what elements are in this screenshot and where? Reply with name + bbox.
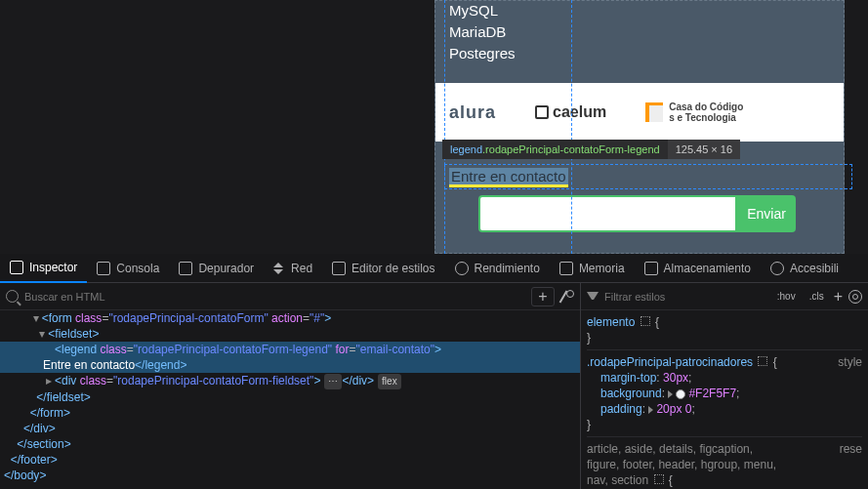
- caelum-icon: [535, 105, 549, 119]
- debugger-icon: [179, 262, 192, 275]
- dom-node: ▾<form class="rodapePrincipal-contatoFor…: [0, 310, 580, 326]
- dom-node: </section>: [0, 436, 580, 452]
- inspect-tooltip: legend.rodapePrincipal-contatoForm-legen…: [442, 140, 740, 159]
- tab-almacenamiento[interactable]: Almacenamiento: [635, 254, 761, 283]
- tech-item: MySQL: [449, 0, 830, 22]
- tech-item: MariaDB: [449, 20, 830, 44]
- inspect-guide-v1: [444, 0, 445, 254]
- expand-icon[interactable]: [648, 406, 653, 414]
- dom-node: </body>: [0, 468, 580, 483]
- search-icon: [6, 290, 19, 303]
- submit-button[interactable]: Enviar: [737, 195, 796, 232]
- css-rules[interactable]: elemento { } .rodapePrincipal-patrocinad…: [581, 310, 868, 489]
- flex-badge-icon: [758, 356, 767, 366]
- tab-red[interactable]: Red: [264, 254, 322, 283]
- memory-icon: [559, 262, 573, 275]
- email-input[interactable]: [478, 195, 737, 232]
- tech-item: Postegres: [449, 42, 830, 65]
- accessibility-icon: [770, 262, 784, 275]
- filter-styles-input[interactable]: [604, 291, 767, 303]
- expand-icon[interactable]: [668, 390, 673, 398]
- inspect-highlight-text: Entre en contacto: [449, 168, 568, 187]
- network-icon: [273, 263, 285, 274]
- dom-node: </form>: [0, 405, 580, 421]
- add-node-button[interactable]: +: [531, 287, 555, 306]
- tab-consola[interactable]: Consola: [87, 254, 169, 283]
- tab-depurador[interactable]: Depurador: [169, 254, 264, 283]
- filter-icon: [587, 292, 599, 302]
- contact-form-row: Enviar: [478, 195, 796, 232]
- inspect-guide-v2: [571, 0, 572, 254]
- console-icon: [97, 262, 110, 275]
- sponsor-alura: alura: [449, 98, 496, 127]
- styles-panel: :hov .cls + elemento { } .rodapePrincipa…: [580, 283, 868, 489]
- settings-icon[interactable]: [848, 290, 862, 304]
- dom-node-selected: Entre en contacto</legend>: [0, 357, 580, 373]
- dom-node: ▾<fieldset>: [0, 326, 580, 342]
- storage-icon: [644, 262, 658, 275]
- style-editor-icon: [332, 262, 346, 275]
- cls-toggle[interactable]: .cls: [806, 289, 828, 304]
- sponsor-cdc: Casa do Códigos e Tecnologia: [645, 98, 743, 127]
- performance-icon: [455, 262, 469, 275]
- inspector-icon: [10, 261, 23, 274]
- add-rule-button[interactable]: +: [834, 288, 843, 306]
- html-search-bar: +: [0, 283, 580, 310]
- tab-accesibilidad[interactable]: Accesibili: [761, 254, 848, 283]
- sponsors-row: alura caelum Casa do Códigos e Tecnologi…: [435, 83, 844, 142]
- cdc-icon: [645, 102, 663, 122]
- html-search-input[interactable]: [24, 291, 525, 303]
- tab-rendimiento[interactable]: Rendimiento: [445, 254, 550, 283]
- tab-memoria[interactable]: Memoria: [550, 254, 635, 283]
- styles-toolbar: :hov .cls +: [581, 283, 868, 310]
- dom-node-selected: <legend class="rodapePrincipal-contatoFo…: [0, 342, 580, 357]
- tab-editor-estilos[interactable]: Editor de estilos: [322, 254, 444, 283]
- devtools-toolbar: Inspector Consola Depurador Red Editor d…: [0, 254, 868, 283]
- flex-badge-icon: [641, 316, 650, 326]
- dom-node: </fieldset>: [0, 389, 580, 405]
- dom-node: </div>: [0, 421, 580, 436]
- dom-tree[interactable]: ▾<form class="rodapePrincipal-contatoFor…: [0, 310, 580, 489]
- hov-toggle[interactable]: :hov: [773, 289, 800, 304]
- dom-node: ▸<div class="rodapePrincipal-contatoForm…: [0, 373, 580, 389]
- tab-inspector[interactable]: Inspector: [0, 254, 87, 283]
- dom-node: </footer>: [0, 452, 580, 468]
- eyedropper-icon[interactable]: [560, 290, 574, 304]
- flex-badge-icon: [654, 474, 664, 484]
- color-swatch[interactable]: [676, 389, 685, 399]
